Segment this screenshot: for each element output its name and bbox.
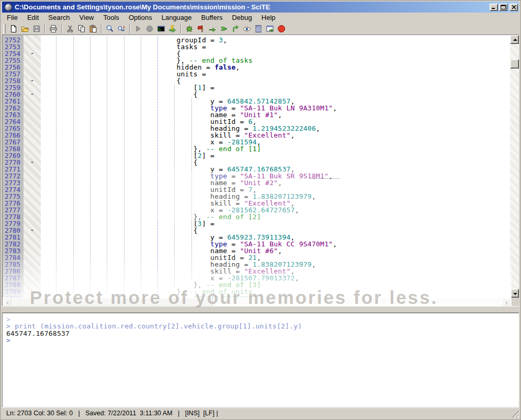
- open-folder-button[interactable]: [20, 24, 30, 34]
- close-button[interactable]: [509, 4, 518, 11]
- fold-cell: [24, 288, 41, 295]
- fold-cell: [24, 37, 41, 43]
- fold-marker[interactable]: -: [24, 77, 41, 84]
- minimize-icon: [491, 5, 496, 9]
- watch-window-button[interactable]: [253, 24, 264, 34]
- output-pane[interactable]: >> print (mission.coalition.red.country[…: [2, 313, 519, 407]
- paste-icon: [89, 25, 97, 33]
- fold-marker[interactable]: -: [24, 159, 41, 166]
- compile-button[interactable]: [133, 24, 143, 34]
- stop-debug-button[interactable]: [276, 24, 287, 34]
- fold-cell: [24, 125, 41, 132]
- copy-button[interactable]: [76, 24, 87, 34]
- window-title: C:\Documents and Settings\tyson.rose\My …: [15, 3, 488, 11]
- save-file-button[interactable]: [31, 24, 42, 34]
- toolbar-separator: [61, 24, 62, 33]
- menu-help[interactable]: Help: [257, 13, 280, 22]
- cut-button[interactable]: [65, 24, 75, 34]
- copy-icon: [77, 25, 86, 33]
- debug-window-icon: [266, 25, 274, 33]
- left-arrow-icon: [6, 301, 8, 305]
- toolbar: [2, 22, 519, 35]
- print-button[interactable]: [48, 24, 59, 34]
- new-file-icon: [9, 25, 18, 33]
- scrollbar-corner: [510, 298, 519, 307]
- scroll-down-button[interactable]: [510, 289, 519, 298]
- window-controls: [490, 4, 518, 11]
- fold-cell: [24, 166, 41, 173]
- stop-build-button[interactable]: [144, 24, 155, 34]
- menu-buffers[interactable]: Buffers: [197, 13, 228, 22]
- toolbar-grip[interactable]: [3, 24, 6, 33]
- cut-icon: [66, 25, 74, 33]
- resize-grip[interactable]: [512, 411, 519, 417]
- fold-cell: [24, 200, 41, 207]
- scroll-up-button[interactable]: [510, 35, 519, 44]
- scroll-right-button[interactable]: [502, 298, 511, 307]
- maximize-button[interactable]: [499, 4, 507, 11]
- up-arrow-icon: [513, 39, 517, 41]
- menu-options[interactable]: Options: [124, 13, 157, 22]
- print-icon: [49, 25, 58, 33]
- horizontal-scroll-thumb[interactable]: [12, 298, 213, 307]
- menu-tools[interactable]: Tools: [99, 13, 124, 22]
- fold-cell: [24, 173, 41, 179]
- fold-marker[interactable]: -: [24, 227, 41, 234]
- close-icon: [512, 5, 516, 9]
- output-line: >: [6, 337, 519, 344]
- find-next-button[interactable]: [116, 24, 127, 34]
- go-icon: [168, 25, 177, 33]
- step-out-button[interactable]: [230, 24, 241, 34]
- debug-start-button[interactable]: [184, 24, 195, 34]
- fold-cell: [24, 281, 41, 288]
- menu-view[interactable]: View: [75, 13, 99, 22]
- find-next-icon: [117, 25, 126, 33]
- output-line: 645747.16768537: [6, 330, 519, 337]
- step-over-arrows-icon: [220, 25, 228, 33]
- menu-search[interactable]: Search: [43, 13, 74, 22]
- go-button[interactable]: [167, 24, 178, 34]
- fold-cell: [24, 213, 41, 220]
- pane-splitter[interactable]: [2, 306, 519, 313]
- code-line[interactable]: y = 645842.57142857: [41, 295, 510, 298]
- toolbar-separator: [44, 24, 46, 33]
- fold-cell: [24, 261, 41, 268]
- scite-app-icon: [4, 3, 13, 12]
- right-arrow-icon: [506, 301, 508, 305]
- fold-marker[interactable]: -: [24, 91, 41, 98]
- editor-pane: 2752275327542755275627572758275927602761…: [2, 35, 519, 306]
- find-icon: [106, 25, 114, 33]
- toggle-breakpoint-button[interactable]: [196, 24, 206, 34]
- maximize-icon: [501, 5, 506, 9]
- scroll-left-button[interactable]: [3, 298, 12, 307]
- status-bar: Ln: 2703 Col: 30 Sel: 0 | Saved: 7/22/20…: [2, 407, 519, 418]
- paste-button[interactable]: [88, 24, 98, 34]
- fold-margin: -----: [24, 35, 41, 298]
- find-button[interactable]: [105, 24, 115, 34]
- console-button[interactable]: [156, 24, 166, 34]
- inspect-symbol-button[interactable]: [242, 24, 252, 34]
- horizontal-scrollbar[interactable]: [3, 298, 511, 307]
- toolbar-separator: [180, 24, 182, 33]
- down-arrow-icon: [513, 293, 517, 295]
- compile-play-icon: [134, 25, 142, 33]
- debug-output-window-button[interactable]: [265, 24, 275, 34]
- minimize-button[interactable]: [490, 4, 498, 11]
- fold-marker[interactable]: -: [24, 50, 41, 57]
- vertical-scrollbar[interactable]: [510, 35, 519, 298]
- menu-file[interactable]: File: [2, 13, 22, 22]
- vertical-scroll-thumb[interactable]: [510, 59, 519, 69]
- fold-cell: [24, 207, 41, 213]
- step-over-button[interactable]: [219, 24, 229, 34]
- stop-octagon-icon: [277, 25, 286, 33]
- new-file-button[interactable]: [8, 24, 19, 34]
- menu-edit[interactable]: Edit: [22, 13, 43, 22]
- step-into-button[interactable]: [207, 24, 218, 34]
- fold-cell: [24, 247, 41, 254]
- menu-language[interactable]: Language: [157, 13, 197, 22]
- step-out-arrow-icon: [231, 25, 240, 33]
- menu-debug[interactable]: Debug: [227, 13, 256, 22]
- fold-cell: [24, 118, 41, 125]
- status-text: Ln: 2703 Col: 30 Sel: 0 | Saved: 7/22/20…: [6, 410, 218, 417]
- code-area[interactable]: groupId = 3, tasks = { }, -- end of task…: [41, 35, 510, 298]
